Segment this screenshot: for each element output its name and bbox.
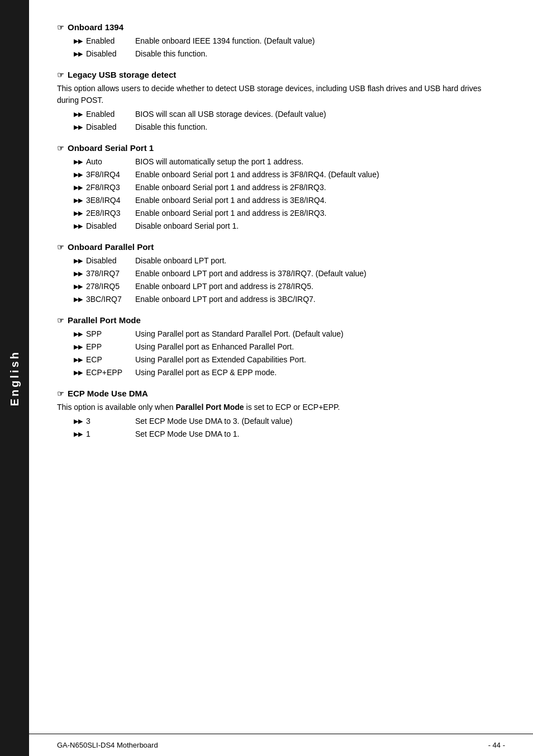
option-key: ▶▶EPP — [74, 341, 135, 353]
section-ecp-dma: ☞ ECP Mode Use DMA This option is availa… — [57, 389, 505, 440]
options-ecp-dma: ▶▶3 Set ECP Mode Use DMA to 3. (Default … — [74, 415, 505, 440]
options-parallel: ▶▶Disabled Disable onboard LPT port. ▶▶3… — [74, 255, 505, 305]
options-usb: ▶▶Enabled BIOS will scan all USB storage… — [74, 108, 505, 133]
options-serial1: ▶▶Auto BIOS will automatically setup the… — [74, 156, 505, 232]
footer: GA-N650SLI-DS4 Motherboard - 44 - — [29, 734, 533, 756]
list-item: ▶▶Disabled Disable this function. — [74, 121, 505, 133]
option-key: ▶▶ECP — [74, 354, 135, 366]
arrow-icon: ▶▶ — [74, 209, 83, 218]
footer-left: GA-N650SLI-DS4 Motherboard — [57, 741, 158, 749]
option-desc: Disable this function. — [135, 121, 505, 133]
arrow-icon: ▶▶ — [74, 170, 83, 179]
list-item: ▶▶3BC/IRQ7 Enable onboard LPT port and a… — [74, 294, 505, 305]
option-desc: Enable onboard LPT port and address is 3… — [135, 268, 505, 280]
bold-phrase: Parallel Port Mode — [175, 403, 244, 412]
option-key: ▶▶3E8/IRQ4 — [74, 195, 135, 206]
option-key: ▶▶Auto — [74, 156, 135, 168]
option-key: ▶▶Disabled — [74, 48, 135, 60]
phone-icon-parallel-mode: ☞ — [57, 316, 64, 325]
option-desc: Set ECP Mode Use DMA to 3. (Default valu… — [135, 415, 505, 427]
list-item: ▶▶378/IRQ7 Enable onboard LPT port and a… — [74, 268, 505, 280]
arrow-icon: ▶▶ — [74, 110, 83, 119]
section-legacy-usb: ☞ Legacy USB storage detect This option … — [57, 70, 505, 133]
section-title-parallel-mode: ☞ Parallel Port Mode — [57, 315, 505, 325]
section-title-onboard-1394: ☞ Onboard 1394 — [57, 22, 505, 32]
list-item: ▶▶EPP Using Parallel port as Enhanced Pa… — [74, 341, 505, 353]
section-onboard-1394: ☞ Onboard 1394 ▶▶Enabled Enable onboard … — [57, 22, 505, 60]
arrow-icon: ▶▶ — [74, 157, 83, 167]
list-item: ▶▶2E8/IRQ3 Enable onboard Serial port 1 … — [74, 207, 505, 219]
option-desc: Using Parallel port as Enhanced Parallel… — [135, 341, 505, 353]
option-key: ▶▶ECP+EPP — [74, 367, 135, 379]
option-desc: Enable onboard Serial port 1 and address… — [135, 182, 505, 193]
option-key: ▶▶3F8/IRQ4 — [74, 169, 135, 181]
option-key: ▶▶1 — [74, 428, 135, 440]
option-key: ▶▶2E8/IRQ3 — [74, 207, 135, 219]
phone-icon-1394: ☞ — [57, 23, 64, 32]
phone-icon-ecp-dma: ☞ — [57, 389, 64, 398]
section-parallel-mode: ☞ Parallel Port Mode ▶▶SPP Using Paralle… — [57, 315, 505, 379]
section-title-parallel-port: ☞ Onboard Parallel Port — [57, 242, 505, 252]
section-title-legacy-usb: ☞ Legacy USB storage detect — [57, 70, 505, 79]
main-content: ☞ Onboard 1394 ▶▶Enabled Enable onboard … — [29, 0, 533, 495]
option-desc: BIOS will automatically setup the port 1… — [135, 156, 505, 168]
section-serial-port-1: ☞ Onboard Serial Port 1 ▶▶Auto BIOS will… — [57, 143, 505, 232]
section-desc-usb: This option allows users to decide wheth… — [57, 83, 505, 106]
section-title-ecp-dma: ☞ ECP Mode Use DMA — [57, 389, 505, 398]
arrow-icon: ▶▶ — [74, 221, 83, 231]
title-text-parallel: Onboard Parallel Port — [68, 242, 154, 252]
option-key: ▶▶3BC/IRQ7 — [74, 294, 135, 305]
option-desc: Enable onboard LPT port and address is 3… — [135, 294, 505, 305]
arrow-icon: ▶▶ — [74, 36, 83, 46]
option-desc: Set ECP Mode Use DMA to 1. — [135, 428, 505, 440]
list-item: ▶▶2F8/IRQ3 Enable onboard Serial port 1 … — [74, 182, 505, 193]
arrow-icon: ▶▶ — [74, 183, 83, 192]
option-key: ▶▶3 — [74, 415, 135, 427]
section-title-serial-port-1: ☞ Onboard Serial Port 1 — [57, 143, 505, 153]
option-key: ▶▶Disabled — [74, 220, 135, 232]
arrow-icon: ▶▶ — [74, 196, 83, 205]
list-item: ▶▶Auto BIOS will automatically setup the… — [74, 156, 505, 168]
title-text-1394: Onboard 1394 — [68, 22, 123, 32]
option-key: ▶▶2F8/IRQ3 — [74, 182, 135, 193]
option-desc: Using Parallel port as Standard Parallel… — [135, 328, 505, 340]
option-desc: Enable onboard LPT port and address is 2… — [135, 281, 505, 292]
sidebar-label: English — [8, 350, 21, 406]
list-item: ▶▶Enabled Enable onboard IEEE 1394 funct… — [74, 35, 505, 47]
option-key: ▶▶Enabled — [74, 35, 135, 47]
list-item: ▶▶3F8/IRQ4 Enable onboard Serial port 1 … — [74, 169, 505, 181]
list-item: ▶▶3 Set ECP Mode Use DMA to 3. (Default … — [74, 415, 505, 427]
arrow-icon: ▶▶ — [74, 429, 83, 439]
title-text-ecp-dma: ECP Mode Use DMA — [68, 389, 148, 398]
option-key: ▶▶378/IRQ7 — [74, 268, 135, 280]
options-parallel-mode: ▶▶SPP Using Parallel port as Standard Pa… — [74, 328, 505, 379]
option-desc: Disable onboard LPT port. — [135, 255, 505, 267]
arrow-icon: ▶▶ — [74, 295, 83, 304]
option-desc: Enable onboard Serial port 1 and address… — [135, 169, 505, 181]
arrow-icon: ▶▶ — [74, 355, 83, 365]
arrow-icon: ▶▶ — [74, 269, 83, 278]
list-item: ▶▶278/IRQ5 Enable onboard LPT port and a… — [74, 281, 505, 292]
option-desc: BIOS will scan all USB storage devices. … — [135, 108, 505, 120]
phone-icon-serial1: ☞ — [57, 144, 64, 153]
phone-icon-parallel: ☞ — [57, 243, 64, 252]
list-item: ▶▶Enabled BIOS will scan all USB storage… — [74, 108, 505, 120]
title-text-usb: Legacy USB storage detect — [68, 70, 176, 79]
option-key: ▶▶278/IRQ5 — [74, 281, 135, 292]
arrow-icon: ▶▶ — [74, 417, 83, 426]
option-key: ▶▶SPP — [74, 328, 135, 340]
footer-right: - 44 - — [488, 741, 505, 749]
arrow-icon: ▶▶ — [74, 122, 83, 132]
option-desc: Using Parallel port as ECP & EPP mode. — [135, 367, 505, 379]
options-1394: ▶▶Enabled Enable onboard IEEE 1394 funct… — [74, 35, 505, 60]
list-item: ▶▶Disabled Disable this function. — [74, 48, 505, 60]
option-desc: Disable onboard Serial port 1. — [135, 220, 505, 232]
option-key: ▶▶Disabled — [74, 121, 135, 133]
option-desc: Disable this function. — [135, 48, 505, 60]
list-item: ▶▶ECP Using Parallel port as Extended Ca… — [74, 354, 505, 366]
title-text-parallel-mode: Parallel Port Mode — [68, 315, 141, 325]
phone-icon-usb: ☞ — [57, 70, 64, 79]
section-desc-ecp-dma: This option is available only when Paral… — [57, 401, 505, 413]
arrow-icon: ▶▶ — [74, 368, 83, 377]
option-key: ▶▶Disabled — [74, 255, 135, 267]
